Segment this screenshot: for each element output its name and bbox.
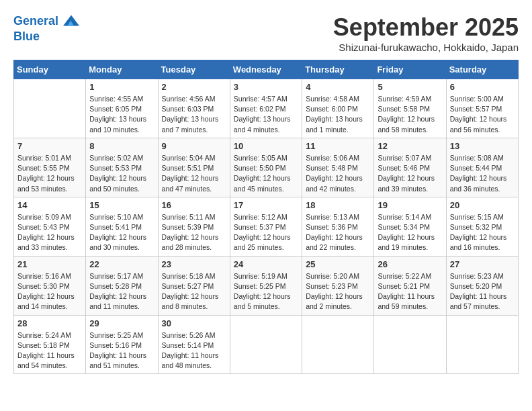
day-number: 29: [89, 318, 154, 328]
cell-info: Sunrise: 5:10 AM Sunset: 5:41 PM Dayligh…: [89, 212, 154, 253]
cell-info: Sunrise: 5:06 AM Sunset: 5:48 PM Dayligh…: [306, 153, 370, 194]
cell-info: Sunrise: 4:55 AM Sunset: 6:05 PM Dayligh…: [89, 94, 154, 135]
calendar-cell: [374, 315, 446, 374]
calendar-cell: 6Sunrise: 5:00 AM Sunset: 5:57 PM Daylig…: [446, 79, 518, 138]
month-title: September 2025: [333, 13, 519, 42]
calendar-cell: [14, 79, 86, 138]
day-number: 3: [234, 82, 298, 92]
cell-info: Sunrise: 5:02 AM Sunset: 5:53 PM Dayligh…: [89, 153, 154, 194]
calendar-cell: 7Sunrise: 5:01 AM Sunset: 5:55 PM Daylig…: [14, 138, 86, 197]
day-number: 4: [306, 82, 370, 92]
day-number: 30: [162, 318, 226, 328]
logo-icon: [63, 13, 79, 30]
day-number: 5: [378, 82, 442, 92]
calendar-cell: 28Sunrise: 5:24 AM Sunset: 5:18 PM Dayli…: [14, 315, 86, 374]
week-row-3: 14Sunrise: 5:09 AM Sunset: 5:43 PM Dayli…: [14, 197, 519, 256]
calendar-cell: 5Sunrise: 4:59 AM Sunset: 5:58 PM Daylig…: [374, 79, 446, 138]
calendar-cell: 11Sunrise: 5:06 AM Sunset: 5:48 PM Dayli…: [302, 138, 374, 197]
cell-info: Sunrise: 4:59 AM Sunset: 5:58 PM Dayligh…: [378, 94, 442, 135]
week-row-4: 21Sunrise: 5:16 AM Sunset: 5:30 PM Dayli…: [14, 256, 519, 315]
day-number: 19: [378, 200, 442, 210]
day-number: 20: [450, 200, 515, 210]
day-number: 21: [17, 259, 82, 269]
day-number: 10: [234, 141, 298, 151]
cell-info: Sunrise: 5:16 AM Sunset: 5:30 PM Dayligh…: [17, 271, 82, 312]
calendar-cell: [230, 315, 302, 374]
cell-info: Sunrise: 5:26 AM Sunset: 5:14 PM Dayligh…: [162, 330, 226, 371]
calendar-cell: 20Sunrise: 5:15 AM Sunset: 5:32 PM Dayli…: [446, 197, 518, 256]
cell-info: Sunrise: 5:07 AM Sunset: 5:46 PM Dayligh…: [378, 153, 442, 194]
calendar-cell: [302, 315, 374, 374]
cell-info: Sunrise: 5:08 AM Sunset: 5:44 PM Dayligh…: [450, 153, 515, 194]
day-number: 1: [89, 82, 154, 92]
col-header-thursday: Thursday: [302, 60, 374, 79]
cell-info: Sunrise: 5:14 AM Sunset: 5:34 PM Dayligh…: [378, 212, 442, 253]
col-header-friday: Friday: [374, 60, 446, 79]
cell-info: Sunrise: 5:01 AM Sunset: 5:55 PM Dayligh…: [17, 153, 82, 194]
day-number: 25: [306, 259, 370, 269]
day-number: 9: [162, 141, 226, 151]
calendar-cell: 14Sunrise: 5:09 AM Sunset: 5:43 PM Dayli…: [14, 197, 86, 256]
day-number: 26: [378, 259, 442, 269]
title-block: September 2025 Shizunai-furukawacho, Hok…: [333, 13, 519, 53]
cell-info: Sunrise: 5:00 AM Sunset: 5:57 PM Dayligh…: [450, 94, 515, 135]
col-header-wednesday: Wednesday: [230, 60, 302, 79]
logo-text-blue: Blue: [13, 30, 79, 44]
day-number: 11: [306, 141, 370, 151]
cell-info: Sunrise: 5:20 AM Sunset: 5:23 PM Dayligh…: [306, 271, 370, 312]
cell-info: Sunrise: 5:15 AM Sunset: 5:32 PM Dayligh…: [450, 212, 515, 253]
cell-info: Sunrise: 5:05 AM Sunset: 5:50 PM Dayligh…: [234, 153, 298, 194]
cell-info: Sunrise: 5:18 AM Sunset: 5:27 PM Dayligh…: [162, 271, 226, 312]
calendar-cell: 9Sunrise: 5:04 AM Sunset: 5:51 PM Daylig…: [158, 138, 230, 197]
col-header-saturday: Saturday: [446, 60, 518, 79]
cell-info: Sunrise: 4:57 AM Sunset: 6:02 PM Dayligh…: [234, 94, 298, 135]
day-number: 12: [378, 141, 442, 151]
calendar-cell: 16Sunrise: 5:11 AM Sunset: 5:39 PM Dayli…: [158, 197, 230, 256]
col-header-sunday: Sunday: [14, 60, 86, 79]
calendar-cell: 8Sunrise: 5:02 AM Sunset: 5:53 PM Daylig…: [86, 138, 158, 197]
cell-info: Sunrise: 5:25 AM Sunset: 5:16 PM Dayligh…: [89, 330, 154, 371]
calendar-cell: 2Sunrise: 4:56 AM Sunset: 6:03 PM Daylig…: [158, 79, 230, 138]
cell-info: Sunrise: 5:24 AM Sunset: 5:18 PM Dayligh…: [17, 330, 82, 371]
calendar-cell: 24Sunrise: 5:19 AM Sunset: 5:25 PM Dayli…: [230, 256, 302, 315]
cell-info: Sunrise: 5:09 AM Sunset: 5:43 PM Dayligh…: [17, 212, 82, 253]
calendar-cell: 3Sunrise: 4:57 AM Sunset: 6:02 PM Daylig…: [230, 79, 302, 138]
calendar-cell: 25Sunrise: 5:20 AM Sunset: 5:23 PM Dayli…: [302, 256, 374, 315]
header-row: SundayMondayTuesdayWednesdayThursdayFrid…: [14, 60, 519, 79]
calendar-cell: 17Sunrise: 5:12 AM Sunset: 5:37 PM Dayli…: [230, 197, 302, 256]
calendar-cell: 23Sunrise: 5:18 AM Sunset: 5:27 PM Dayli…: [158, 256, 230, 315]
cell-info: Sunrise: 4:56 AM Sunset: 6:03 PM Dayligh…: [162, 94, 226, 135]
calendar-cell: 26Sunrise: 5:22 AM Sunset: 5:21 PM Dayli…: [374, 256, 446, 315]
cell-info: Sunrise: 5:04 AM Sunset: 5:51 PM Dayligh…: [162, 153, 226, 194]
calendar-cell: 30Sunrise: 5:26 AM Sunset: 5:14 PM Dayli…: [158, 315, 230, 374]
cell-info: Sunrise: 5:11 AM Sunset: 5:39 PM Dayligh…: [162, 212, 226, 253]
day-number: 24: [234, 259, 298, 269]
cell-info: Sunrise: 4:58 AM Sunset: 6:00 PM Dayligh…: [306, 94, 370, 135]
day-number: 14: [17, 200, 82, 210]
logo: General Blue: [13, 13, 79, 44]
logo-text: General: [13, 13, 79, 30]
day-number: 18: [306, 200, 370, 210]
day-number: 28: [17, 318, 82, 328]
calendar-cell: 21Sunrise: 5:16 AM Sunset: 5:30 PM Dayli…: [14, 256, 86, 315]
day-number: 2: [162, 82, 226, 92]
col-header-tuesday: Tuesday: [158, 60, 230, 79]
calendar-cell: 19Sunrise: 5:14 AM Sunset: 5:34 PM Dayli…: [374, 197, 446, 256]
page-header: General Blue September 2025 Shizunai-fur…: [13, 13, 519, 53]
location-subtitle: Shizunai-furukawacho, Hokkaido, Japan: [333, 42, 519, 53]
day-number: 22: [89, 259, 154, 269]
week-row-1: 1Sunrise: 4:55 AM Sunset: 6:05 PM Daylig…: [14, 79, 519, 138]
calendar-cell: [446, 315, 518, 374]
calendar-cell: 27Sunrise: 5:23 AM Sunset: 5:20 PM Dayli…: [446, 256, 518, 315]
cell-info: Sunrise: 5:19 AM Sunset: 5:25 PM Dayligh…: [234, 271, 298, 312]
cell-info: Sunrise: 5:12 AM Sunset: 5:37 PM Dayligh…: [234, 212, 298, 253]
day-number: 6: [450, 82, 515, 92]
cell-info: Sunrise: 5:23 AM Sunset: 5:20 PM Dayligh…: [450, 271, 515, 312]
cell-info: Sunrise: 5:13 AM Sunset: 5:36 PM Dayligh…: [306, 212, 370, 253]
calendar-cell: 13Sunrise: 5:08 AM Sunset: 5:44 PM Dayli…: [446, 138, 518, 197]
calendar-cell: 4Sunrise: 4:58 AM Sunset: 6:00 PM Daylig…: [302, 79, 374, 138]
day-number: 8: [89, 141, 154, 151]
day-number: 15: [89, 200, 154, 210]
calendar-cell: 22Sunrise: 5:17 AM Sunset: 5:28 PM Dayli…: [86, 256, 158, 315]
calendar-cell: 18Sunrise: 5:13 AM Sunset: 5:36 PM Dayli…: [302, 197, 374, 256]
